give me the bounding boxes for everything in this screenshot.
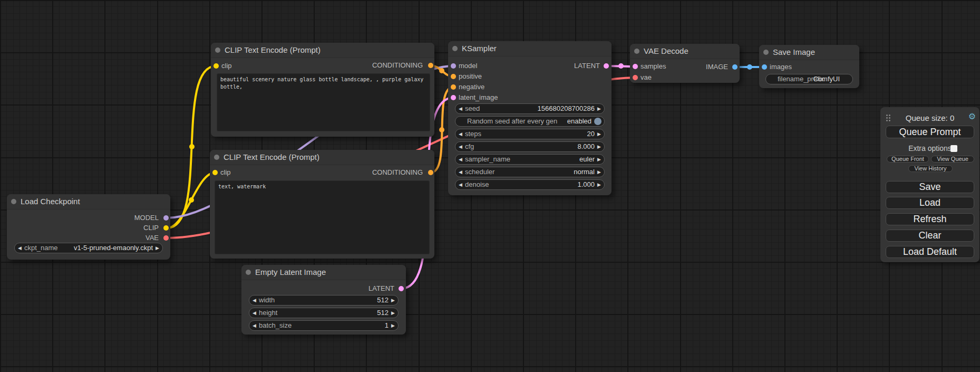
decrement-arrow-icon[interactable]: ◀ bbox=[253, 321, 256, 330]
save-image-title-bar[interactable]: Save Image bbox=[759, 45, 859, 60]
load-checkpoint-title-bar[interactable]: Load Checkpoint bbox=[7, 194, 170, 209]
latent-link-midpoint-dot bbox=[618, 63, 624, 69]
clip-input-port[interactable] bbox=[212, 170, 218, 175]
decrement-arrow-icon[interactable]: ◀ bbox=[459, 155, 462, 164]
height-widget[interactable]: ◀ height 512 ▶ bbox=[249, 308, 399, 318]
negative-prompt-textarea[interactable]: text, watermark bbox=[215, 180, 430, 254]
clip-text-encode-positive-node[interactable]: CLIP Text Encode (Prompt) clip CONDITION… bbox=[211, 43, 434, 137]
increment-arrow-icon[interactable]: ▶ bbox=[597, 167, 601, 177]
clip-output-port[interactable] bbox=[163, 225, 169, 231]
positive-prompt-textarea[interactable]: beautiful scenery nature glass bottle la… bbox=[217, 73, 430, 131]
empty-latent-image-node[interactable]: Empty Latent Image LATENT ◀ width 512 ▶ … bbox=[241, 265, 406, 335]
load-default-button[interactable]: Load Default bbox=[886, 246, 974, 258]
width-widget[interactable]: ◀ width 512 ▶ bbox=[249, 295, 399, 306]
ksampler-title-bar[interactable]: KSampler bbox=[448, 41, 612, 56]
widget-name: scheduler bbox=[465, 167, 494, 177]
increment-arrow-icon[interactable]: ▶ bbox=[597, 180, 601, 189]
clip-input-port[interactable] bbox=[214, 63, 219, 69]
collapse-dot-icon[interactable] bbox=[215, 47, 220, 53]
decrement-arrow-icon[interactable]: ◀ bbox=[18, 243, 22, 253]
save-image-node[interactable]: Save Image images filename_prefix ComfyU… bbox=[759, 45, 859, 88]
increment-arrow-icon[interactable]: ▶ bbox=[391, 295, 395, 305]
save-button[interactable]: Save bbox=[886, 181, 974, 193]
decrement-arrow-icon[interactable]: ◀ bbox=[459, 180, 462, 189]
widget-value: v1-5-pruned-emaonly.ckpt bbox=[74, 243, 153, 253]
widget-value: 512 bbox=[377, 308, 389, 318]
toggle-dot-icon[interactable] bbox=[594, 118, 601, 125]
conditioning-output-label: CONDITIONING bbox=[372, 62, 423, 69]
clear-button[interactable]: Clear bbox=[886, 230, 974, 242]
increment-arrow-icon[interactable]: ▶ bbox=[391, 321, 395, 330]
view-queue-button[interactable]: View Queue bbox=[931, 156, 974, 163]
collapse-dot-icon[interactable] bbox=[214, 155, 219, 160]
scheduler-widget[interactable]: ◀ scheduler normal ▶ bbox=[455, 167, 605, 177]
collapse-dot-icon[interactable] bbox=[11, 199, 16, 204]
decrement-arrow-icon[interactable]: ◀ bbox=[459, 167, 462, 177]
conditioning-output-port[interactable] bbox=[428, 63, 433, 68]
queue-prompt-button[interactable]: Queue Prompt bbox=[886, 126, 974, 138]
model-output-label: MODEL bbox=[134, 214, 159, 222]
vae-decode-title-bar[interactable]: VAE Decode bbox=[630, 44, 740, 59]
decrement-arrow-icon[interactable]: ◀ bbox=[253, 308, 256, 318]
gear-icon[interactable]: ⚙ bbox=[968, 111, 976, 121]
clip-text-encode-title-bar[interactable]: CLIP Text Encode (Prompt) bbox=[210, 150, 434, 165]
widget-name: batch_size bbox=[259, 321, 292, 330]
images-input-port[interactable] bbox=[762, 64, 767, 70]
batch-size-widget[interactable]: ◀ batch_size 1 ▶ bbox=[249, 320, 399, 331]
vae-input-label: vae bbox=[641, 74, 652, 81]
empty-latent-title-bar[interactable]: Empty Latent Image bbox=[241, 265, 406, 280]
decrement-arrow-icon[interactable]: ◀ bbox=[459, 104, 462, 113]
refresh-button[interactable]: Refresh bbox=[886, 213, 974, 225]
random-seed-toggle-widget[interactable]: Random seed after every gen enabled bbox=[455, 116, 605, 127]
clip-input-label: clip bbox=[221, 62, 232, 70]
negative-input-port[interactable] bbox=[451, 84, 456, 90]
model-output-port[interactable] bbox=[163, 215, 169, 221]
vae-input-port[interactable] bbox=[633, 75, 638, 80]
seed-widget[interactable]: ◀ seed 156680208700286 ▶ bbox=[455, 103, 605, 114]
ckpt-name-widget[interactable]: ◀ ckpt_name v1-5-pruned-emaonly.ckpt ▶ bbox=[14, 243, 163, 253]
filename-prefix-widget[interactable]: filename_prefix ComfyUI bbox=[765, 74, 853, 84]
load-checkpoint-node[interactable]: Load Checkpoint MODEL CLIP VAE ◀ ckpt_na… bbox=[7, 194, 170, 260]
clip-text-encode-negative-node[interactable]: CLIP Text Encode (Prompt) clip CONDITION… bbox=[210, 150, 434, 259]
cfg-widget[interactable]: ◀ cfg 8.000 ▶ bbox=[455, 141, 605, 152]
conditioning-link-midpoint-dot bbox=[439, 127, 444, 132]
decrement-arrow-icon[interactable]: ◀ bbox=[459, 142, 462, 151]
conditioning-output-label: CONDITIONING bbox=[372, 169, 423, 176]
collapse-dot-icon[interactable] bbox=[763, 50, 769, 55]
widget-value: 512 bbox=[377, 295, 389, 305]
clip-text-encode-title-bar[interactable]: CLIP Text Encode (Prompt) bbox=[211, 43, 434, 58]
increment-arrow-icon[interactable]: ▶ bbox=[391, 308, 395, 318]
positive-input-port[interactable] bbox=[451, 74, 456, 79]
collapse-dot-icon[interactable] bbox=[452, 46, 458, 51]
increment-arrow-icon[interactable]: ▶ bbox=[597, 129, 601, 139]
collapse-dot-icon[interactable] bbox=[634, 49, 639, 54]
widget-value: 20 bbox=[587, 129, 595, 139]
denoise-widget[interactable]: ◀ denoise 1.000 ▶ bbox=[455, 179, 605, 190]
sampler-name-widget[interactable]: ◀ sampler_name euler ▶ bbox=[455, 154, 605, 165]
decrement-arrow-icon[interactable]: ◀ bbox=[459, 129, 462, 139]
extra-options-checkbox[interactable] bbox=[950, 145, 957, 152]
model-input-port[interactable] bbox=[451, 63, 456, 69]
ksampler-node[interactable]: KSampler model positive negative latent_… bbox=[448, 41, 612, 195]
view-history-button[interactable]: View History bbox=[908, 165, 953, 172]
load-button[interactable]: Load bbox=[886, 197, 974, 209]
latent-image-input-port[interactable] bbox=[451, 95, 456, 100]
comfyui-canvas[interactable]: { "colors": { "model": "#B39DDB", "clip"… bbox=[0, 0, 980, 372]
increment-arrow-icon[interactable]: ▶ bbox=[597, 155, 601, 164]
latent-output-port[interactable] bbox=[604, 63, 609, 69]
collapse-dot-icon[interactable] bbox=[246, 270, 251, 275]
vae-output-port[interactable] bbox=[163, 235, 169, 241]
steps-widget[interactable]: ◀ steps 20 ▶ bbox=[455, 129, 605, 139]
conditioning-output-port[interactable] bbox=[428, 170, 433, 175]
increment-arrow-icon[interactable]: ▶ bbox=[597, 142, 601, 151]
increment-arrow-icon[interactable]: ▶ bbox=[597, 104, 601, 113]
latent-output-port[interactable] bbox=[399, 286, 404, 291]
samples-input-port[interactable] bbox=[633, 64, 638, 69]
decrement-arrow-icon[interactable]: ◀ bbox=[253, 295, 256, 305]
vae-decode-node[interactable]: VAE Decode samples vae IMAGE bbox=[630, 44, 740, 83]
widget-value: enabled bbox=[567, 117, 591, 126]
queue-front-button[interactable]: Queue Front bbox=[887, 156, 929, 163]
increment-arrow-icon[interactable]: ▶ bbox=[156, 243, 159, 253]
image-output-port[interactable] bbox=[732, 64, 738, 70]
widget-value: ComfyUI bbox=[813, 74, 840, 84]
